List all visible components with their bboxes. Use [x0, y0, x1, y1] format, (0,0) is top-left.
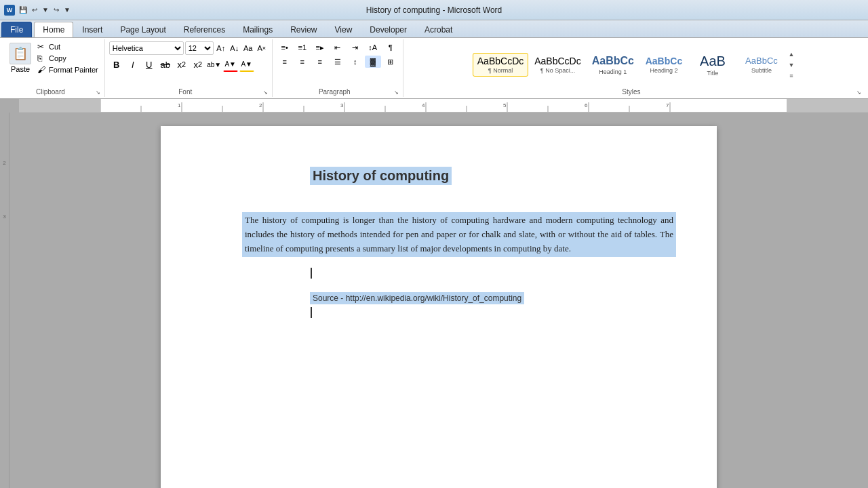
decrease-indent-btn[interactable]: ⇤	[330, 41, 346, 54]
clipboard-expand-btn[interactable]: ↘	[96, 89, 100, 96]
align-left-btn[interactable]: ≡	[277, 56, 293, 68]
style-normal-label: ¶ Normal	[488, 67, 513, 74]
paragraph-expand-btn[interactable]: ↘	[394, 89, 399, 96]
font-color-btn[interactable]: A▼	[239, 57, 254, 72]
underline-button[interactable]: U	[142, 57, 157, 72]
font-group-label: Font	[109, 88, 262, 97]
font-name-select[interactable]: Helvetica	[109, 41, 184, 55]
svg-text:5: 5	[503, 102, 507, 108]
undo-qa-btn[interactable]: ↩	[31, 5, 39, 14]
tab-acrobat[interactable]: Acrobat	[416, 22, 461, 37]
page: History of computing The history of comp…	[161, 126, 717, 488]
style-heading1-label: Heading 1	[599, 68, 627, 75]
style-heading1[interactable]: AaBbCc Heading 1	[587, 52, 639, 77]
main-area: 2 3 History of computing The history of …	[0, 113, 868, 488]
clipboard-group-bottom: Clipboard ↘	[7, 88, 100, 97]
document-body: The history of computing is longer than …	[242, 212, 676, 257]
save-qa-btn[interactable]: 💾	[18, 5, 28, 14]
tab-review[interactable]: Review	[281, 22, 326, 37]
clipboard-group-label: Clipboard	[7, 88, 94, 97]
format-painter-label: Format Painter	[49, 66, 98, 74]
cut-button[interactable]: ✂ Cut	[35, 41, 100, 52]
paragraph-row2: ≡ ≡ ≡ ☰ ↕ ▓ ⊞	[277, 56, 399, 68]
svg-text:4: 4	[422, 102, 425, 108]
paste-button[interactable]: 📋 Paste	[7, 41, 34, 75]
style-title[interactable]: AaB Title	[689, 50, 736, 79]
superscript-button[interactable]: x2	[191, 57, 205, 72]
clear-format-btn[interactable]: A×	[256, 42, 268, 54]
styles-content: AaBbCcDc ¶ Normal AaBbCcDc ¶ No Spaci...…	[473, 39, 796, 88]
paragraph-content: ≡• ≡1 ≡▸ ⇤ ⇥ ↕A ¶ ≡ ≡ ≡ ☰ ↕ ▓ ⊞	[277, 39, 399, 88]
align-center-btn[interactable]: ≡	[294, 56, 311, 68]
increase-font-btn[interactable]: A↑	[215, 42, 227, 54]
word-icon: W	[4, 5, 15, 16]
quick-access-toolbar: 💾 ↩ ▼ ↪ ▼	[18, 5, 72, 14]
line-spacing-btn[interactable]: ↕	[347, 56, 363, 68]
show-hide-btn[interactable]: ¶	[382, 41, 399, 54]
font-group: Helvetica 12 A↑ A↓ Aa A× B I U ab x2 x2 …	[105, 39, 273, 97]
format-painter-icon: 🖌	[37, 65, 47, 75]
undo-dropdown-btn[interactable]: ▼	[41, 5, 50, 14]
style-normal-preview: AaBbCcDc	[477, 56, 524, 67]
number-list-btn[interactable]: ≡1	[294, 41, 311, 54]
tab-developer[interactable]: Developer	[361, 22, 416, 37]
styles-group-label: Styles	[408, 88, 855, 97]
cut-label: Cut	[49, 43, 60, 51]
styles-down-arrow[interactable]: ▼	[787, 60, 796, 70]
cursor-block-1	[310, 268, 676, 279]
format-painter-button[interactable]: 🖌 Format Painter	[35, 64, 100, 75]
tab-home[interactable]: Home	[34, 22, 73, 37]
align-right-btn[interactable]: ≡	[312, 56, 328, 68]
decrease-font-btn[interactable]: A↓	[229, 42, 241, 54]
ruler-gray-right	[787, 99, 868, 112]
ruler-white: 1 2 3 4 5 6 7	[100, 99, 787, 112]
document-area[interactable]: History of computing The history of comp…	[9, 113, 868, 488]
subscript-button[interactable]: x2	[174, 57, 189, 72]
tab-view[interactable]: View	[326, 22, 361, 37]
title-bar: W 💾 ↩ ▼ ↪ ▼ History of computing - Micro…	[0, 0, 868, 20]
style-subtitle[interactable]: AaBbCc Subtitle	[738, 53, 785, 77]
sidebar-marker-2: 2	[3, 160, 5, 166]
redo-qa-btn[interactable]: ↪	[52, 5, 60, 14]
font-expand-btn[interactable]: ↘	[263, 89, 268, 96]
increase-indent-btn[interactable]: ⇥	[347, 41, 363, 54]
bold-button[interactable]: B	[109, 57, 124, 72]
styles-expand-btn[interactable]: ↘	[856, 89, 861, 96]
italic-button[interactable]: I	[125, 57, 140, 72]
text-highlight-btn[interactable]: ab▼	[207, 57, 222, 72]
tab-mailings[interactable]: Mailings	[234, 22, 281, 37]
paragraph-group-bottom: Paragraph ↘	[277, 88, 399, 97]
style-subtitle-label: Subtitle	[751, 67, 772, 74]
bullet-list-btn[interactable]: ≡•	[277, 41, 293, 54]
change-case-btn[interactable]: Aa	[242, 42, 254, 54]
sort-btn[interactable]: ↕A	[365, 41, 381, 54]
style-no-spacing-label: ¶ No Spaci...	[540, 67, 575, 74]
left-sidebar: 2 3	[0, 113, 9, 488]
customize-qa-btn[interactable]: ▼	[62, 5, 72, 14]
cut-icon: ✂	[37, 42, 47, 52]
style-no-spacing-preview: AaBbCcDc	[534, 56, 580, 67]
style-normal[interactable]: AaBbCcDc ¶ Normal	[473, 53, 528, 77]
style-no-spacing[interactable]: AaBbCcDc ¶ No Spaci...	[530, 53, 585, 77]
style-heading2[interactable]: AaBbCc Heading 2	[640, 53, 688, 77]
font-size-select[interactable]: 12	[185, 41, 214, 55]
strikethrough-button[interactable]: ab	[158, 57, 173, 72]
styles-group-bottom: Styles ↘	[408, 88, 861, 97]
sidebar-marker-3: 3	[3, 214, 5, 220]
tab-references[interactable]: References	[175, 22, 234, 37]
styles-up-arrow[interactable]: ▲	[787, 49, 796, 59]
text-cursor-2	[311, 307, 312, 318]
styles-scroll[interactable]: ▲ ▼ ≡	[787, 49, 796, 81]
shading-btn[interactable]: ▓	[365, 56, 381, 68]
styles-more-arrow[interactable]: ≡	[787, 71, 796, 81]
tab-insert[interactable]: Insert	[73, 22, 111, 37]
multilevel-list-btn[interactable]: ≡▸	[312, 41, 328, 54]
justify-btn[interactable]: ☰	[330, 56, 346, 68]
source-container: Source - http://en.wikipedia.org/wiki/Hi…	[310, 287, 676, 304]
text-color-btn[interactable]: A▼	[223, 57, 238, 72]
style-heading2-preview: AaBbCc	[646, 56, 682, 67]
tab-page-layout[interactable]: Page Layout	[111, 22, 174, 37]
copy-button[interactable]: ⎘ Copy	[35, 53, 100, 64]
tab-file[interactable]: File	[1, 22, 32, 37]
border-btn[interactable]: ⊞	[382, 56, 399, 68]
